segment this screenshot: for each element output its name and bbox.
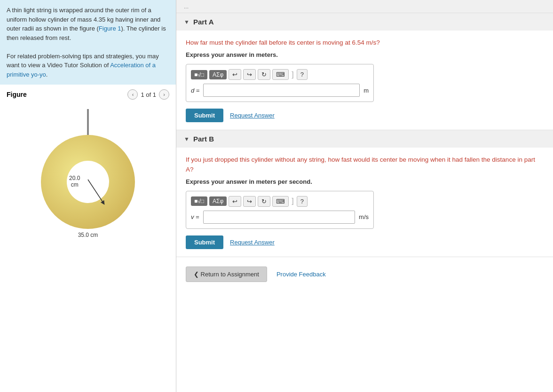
help-button-a[interactable]: ? [297, 69, 308, 80]
toolbar-sep-b: ] [292, 197, 293, 205]
figure-title: Figure [7, 91, 27, 98]
part-b-question: If you just dropped this cylinder withou… [186, 155, 544, 174]
help-button-b[interactable]: ? [297, 196, 308, 207]
problem-paragraph-1: A thin light string is wrapped around th… [7, 6, 169, 42]
part-b-action-row: Submit Request Answer [186, 235, 544, 249]
redo-button-b[interactable]: ↪ [243, 196, 256, 207]
refresh-button-a[interactable]: ↻ [258, 69, 270, 80]
part-a-submit-button[interactable]: Submit [186, 109, 223, 122]
next-figure-button[interactable]: › [159, 89, 169, 100]
left-panel: A thin light string is wrapped around th… [0, 0, 176, 392]
math-template-button-a[interactable]: ■√□ [191, 70, 207, 79]
part-b-toggle-icon: ▼ [184, 136, 190, 142]
part-b-toolbar: ■√□ AΣφ ↩ ↪ ↻ ⌨ ] ? [191, 196, 369, 207]
part-b-answer-box: ■√□ AΣφ ↩ ↪ ↻ ⌨ ] ? v = m/s [186, 191, 374, 229]
outer-radius-label: 35.0 cm [78, 232, 98, 238]
part-a-action-row: Submit Request Answer [186, 109, 544, 122]
breadcrumb-bar: ... [176, 0, 553, 13]
bottom-actions: ❮ Return to Assignment Provide Feedback [176, 257, 553, 291]
part-a-question: How far must the cylinder fall before it… [186, 38, 544, 47]
part-a-toolbar: ■√□ AΣφ ↩ ↪ ↻ ⌨ ] ? [191, 69, 369, 80]
part-a-label: Part A [193, 18, 214, 26]
part-a-unit: m [363, 87, 369, 94]
part-b-body: If you just dropped this cylinder withou… [176, 148, 553, 257]
provide-feedback-link[interactable]: Provide Feedback [276, 271, 326, 278]
part-a-toggle-icon: ▼ [184, 19, 190, 25]
part-b-request-answer-button[interactable]: Request Answer [230, 239, 275, 246]
redo-button-a[interactable]: ↪ [243, 69, 256, 80]
prev-figure-button[interactable]: ‹ [127, 89, 138, 100]
part-a-header[interactable]: ▼ Part A [176, 13, 553, 31]
part-b-unit: m/s [359, 213, 369, 220]
part-b-submit-button[interactable]: Submit [186, 235, 223, 249]
toolbar-sep-a: ] [292, 71, 293, 79]
svg-line-0 [88, 180, 103, 203]
keyboard-button-a[interactable]: ⌨ [272, 69, 289, 80]
string-line [87, 109, 89, 135]
return-to-assignment-button[interactable]: ❮ Return to Assignment [186, 267, 267, 282]
figure-link[interactable]: Figure 1 [99, 25, 121, 32]
problem-text-box: A thin light string is wrapped around th… [0, 0, 176, 85]
math-template-button-b[interactable]: ■√□ [191, 196, 207, 206]
problem-paragraph-2: For related problem-solving tips and str… [7, 52, 169, 79]
radius-arrow [85, 177, 113, 208]
undo-button-a[interactable]: ↩ [229, 69, 241, 80]
figure-section: Figure ‹ 1 of 1 › 20.0cm [0, 85, 176, 392]
part-b-input-row: v = m/s [191, 211, 369, 224]
math-symbols-button-a[interactable]: AΣφ [209, 70, 227, 79]
part-a-express: Express your answer in meters. [186, 51, 544, 58]
inner-radius-label: 20.0cm [69, 175, 80, 188]
math-symbols-button-b[interactable]: AΣφ [209, 196, 227, 206]
part-b-answer-input[interactable] [203, 211, 355, 224]
keyboard-button-b[interactable]: ⌨ [272, 196, 289, 207]
right-panel: ... ▼ Part A How far must the cylinder f… [176, 0, 553, 392]
part-b-label: Part B [193, 135, 214, 143]
figure-canvas: 20.0cm 35.0 cm [7, 104, 169, 238]
part-a-var-label: d = [191, 87, 199, 94]
figure-nav: ‹ 1 of 1 › [127, 89, 169, 100]
solution-link[interactable]: Acceleration of a primitive yo-yo [7, 62, 156, 78]
part-a-section: ▼ Part A How far must the cylinder fall … [176, 13, 553, 130]
part-b-section: ▼ Part B If you just dropped this cylind… [176, 130, 553, 257]
figure-header: Figure ‹ 1 of 1 › [7, 89, 169, 100]
part-a-answer-box: ■√□ AΣφ ↩ ↪ ↻ ⌨ ] ? d = m [186, 64, 374, 102]
part-b-var-label: v = [191, 213, 199, 220]
part-b-header[interactable]: ▼ Part B [176, 130, 553, 148]
part-a-input-row: d = m [191, 84, 369, 97]
figure-count: 1 of 1 [141, 91, 156, 98]
cylinder-figure: 20.0cm [41, 135, 135, 229]
breadcrumb-text: ... [184, 3, 189, 10]
part-a-body: How far must the cylinder fall before it… [176, 31, 553, 130]
part-b-express: Express your answer in meters per second… [186, 178, 544, 185]
part-a-request-answer-button[interactable]: Request Answer [230, 112, 275, 119]
refresh-button-b[interactable]: ↻ [258, 196, 270, 207]
part-a-answer-input[interactable] [203, 84, 360, 97]
undo-button-b[interactable]: ↩ [229, 196, 241, 207]
